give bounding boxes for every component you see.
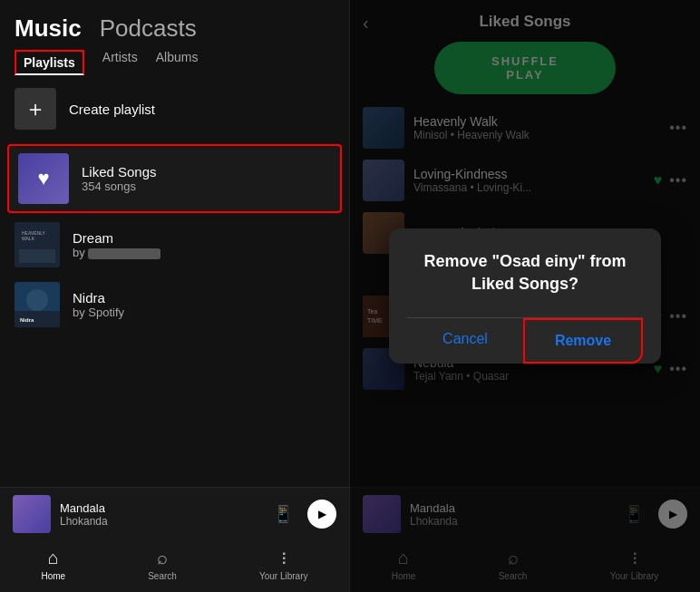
device-icon-left[interactable]: 📱 bbox=[273, 504, 293, 524]
search-icon-left: ⌕ bbox=[157, 548, 168, 568]
now-playing-thumb-left bbox=[13, 495, 51, 533]
svg-text:Nidra: Nidra bbox=[20, 317, 34, 323]
remove-dialog: Remove "Osad einy" from Liked Songs? Can… bbox=[389, 228, 661, 364]
music-title[interactable]: Music bbox=[15, 15, 82, 43]
left-bottom-bar: Mandala Lhokanda 📱 ▶ ⌂ Home ⌕ Search ⫶ Y… bbox=[0, 487, 349, 592]
remove-button[interactable]: Remove bbox=[523, 318, 643, 364]
home-icon-left: ⌂ bbox=[48, 548, 59, 568]
tab-albums[interactable]: Albums bbox=[156, 50, 199, 75]
dialog-buttons: Cancel Remove bbox=[407, 317, 643, 364]
plus-icon: ＋ bbox=[15, 88, 56, 130]
nidra-info: Nidra by Spotify bbox=[73, 290, 124, 319]
dream-item[interactable]: HEAVENLY WALK Dream by bbox=[0, 215, 349, 275]
liked-songs-item[interactable]: ♥ Liked Songs 354 songs bbox=[7, 144, 342, 213]
nav-search-left[interactable]: ⌕ Search bbox=[148, 548, 177, 581]
nav-home-left[interactable]: ⌂ Home bbox=[42, 548, 66, 581]
nav-home-label-left: Home bbox=[42, 571, 66, 581]
dream-sub: by bbox=[73, 246, 160, 259]
now-playing-left[interactable]: Mandala Lhokanda 📱 ▶ bbox=[0, 488, 349, 540]
svg-point-5 bbox=[26, 289, 48, 311]
left-panel: Music Podcasts Playlists Artists Albums … bbox=[0, 0, 350, 592]
liked-songs-info: Liked Songs 354 songs bbox=[82, 164, 157, 193]
podcasts-title[interactable]: Podcasts bbox=[100, 15, 197, 43]
nidra-item[interactable]: Nidra Nidra by Spotify bbox=[0, 275, 349, 335]
track-name-left: Mandala bbox=[60, 501, 108, 515]
svg-rect-1 bbox=[19, 249, 55, 263]
artist-name-left: Lhokanda bbox=[60, 515, 108, 528]
tab-playlists[interactable]: Playlists bbox=[15, 50, 84, 75]
nav-bar-left: ⌂ Home ⌕ Search ⫶ Your Library bbox=[0, 540, 349, 592]
create-playlist-button[interactable]: ＋ Create playlist bbox=[0, 75, 349, 142]
right-panel: ‹ Liked Songs SHUFFLE PLAY Heavenly Walk… bbox=[350, 0, 700, 592]
tabs: Playlists Artists Albums bbox=[0, 43, 349, 75]
tab-artists[interactable]: Artists bbox=[102, 50, 138, 75]
dialog-title: Remove "Osad einy" from Liked Songs? bbox=[407, 250, 643, 296]
now-playing-info-left: Mandala Lhokanda bbox=[60, 501, 108, 528]
dialog-overlay: Remove "Osad einy" from Liked Songs? Can… bbox=[350, 0, 700, 592]
library-icon-left: ⫶ bbox=[279, 548, 288, 568]
nav-library-label-left: Your Library bbox=[259, 571, 308, 581]
nidra-sub: by Spotify bbox=[73, 306, 124, 319]
create-playlist-label: Create playlist bbox=[69, 102, 155, 117]
liked-songs-thumb: ♥ bbox=[18, 153, 69, 204]
dream-info: Dream by bbox=[73, 230, 160, 259]
heart-icon: ♥ bbox=[37, 167, 49, 190]
dream-author-redacted bbox=[88, 248, 160, 259]
header: Music Podcasts bbox=[0, 0, 349, 43]
liked-songs-name: Liked Songs bbox=[82, 164, 157, 180]
nav-library-left[interactable]: ⫶ Your Library bbox=[259, 548, 308, 581]
play-button-left[interactable]: ▶ bbox=[307, 500, 336, 529]
nidra-name: Nidra bbox=[73, 290, 124, 306]
nav-search-label-left: Search bbox=[148, 571, 177, 581]
svg-text:WALK: WALK bbox=[22, 236, 35, 241]
dream-thumb: HEAVENLY WALK bbox=[15, 222, 60, 267]
dream-name: Dream bbox=[73, 230, 160, 246]
liked-songs-count: 354 songs bbox=[82, 180, 157, 193]
cancel-button[interactable]: Cancel bbox=[407, 318, 523, 364]
playback-controls-left: 📱 ▶ bbox=[273, 500, 336, 529]
nidra-thumb: Nidra bbox=[15, 282, 60, 327]
